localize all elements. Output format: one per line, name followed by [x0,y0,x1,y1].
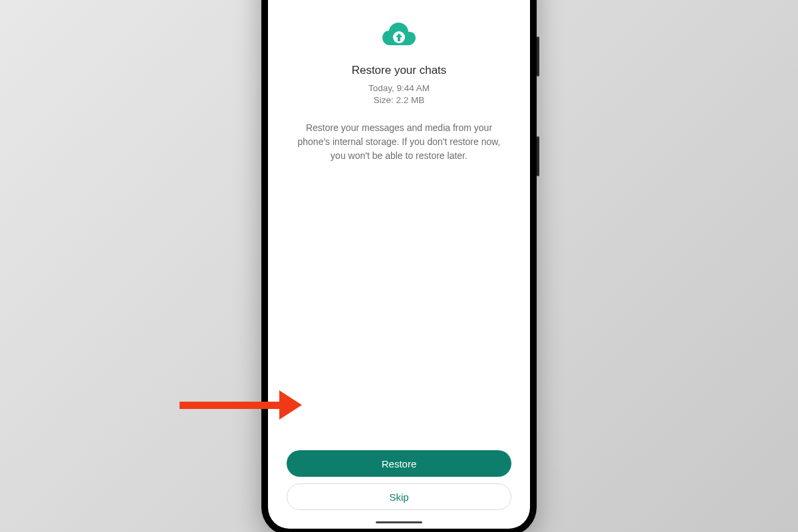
restore-button[interactable]: Restore [287,450,511,477]
backup-size: Size: 2.2 MB [374,94,425,106]
content-area: Restore your chats Today, 9:44 AM Size: … [268,0,530,441]
backup-timestamp: Today, 9:44 AM [368,82,430,94]
bottom-actions: Restore Skip [268,441,530,529]
home-indicator [376,521,422,523]
app-screen: Restore backup Restore your chats Today,… [268,0,530,529]
skip-button[interactable]: Skip [287,483,511,510]
annotation-arrow [180,390,302,420]
restore-subtitle: Restore your chats [352,64,447,77]
cloud-upload-icon [382,21,416,49]
restore-description: Restore your messages and media from you… [288,121,510,163]
phone-frame: Restore backup Restore your chats Today,… [261,0,537,532]
phone-side-buttons [537,37,539,236]
